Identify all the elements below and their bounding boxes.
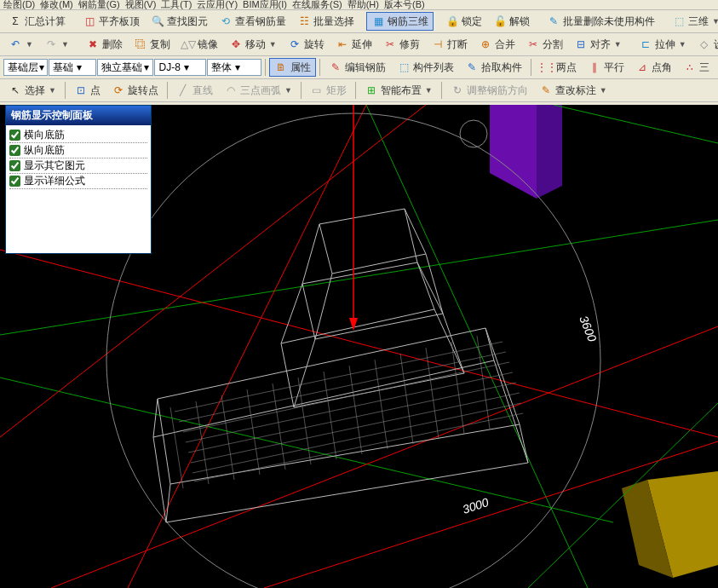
menu-item[interactable]: 修改(M): [40, 0, 73, 11]
orbit-handle[interactable]: [460, 120, 487, 147]
arc-button: ◠三点画弧▼: [219, 81, 297, 100]
edit-rebar-button[interactable]: ✎编辑钢筋: [324, 58, 391, 77]
cube-object: [647, 471, 718, 578]
rebar-3d-button[interactable]: ▦ 钢筋三维: [366, 12, 434, 31]
dimension-label-h: 3600: [577, 314, 600, 343]
copy-button[interactable]: ⿻复制: [129, 35, 175, 54]
rotate-button[interactable]: ⟳旋转: [283, 35, 330, 54]
menu-item[interactable]: 云应用(Y): [197, 0, 238, 11]
extend-button[interactable]: ⇤延伸: [330, 35, 377, 54]
angle-icon: ⊿: [635, 61, 649, 74]
attr-button[interactable]: 🗎属性: [269, 58, 316, 77]
checkbox-row[interactable]: 横向底筋: [9, 128, 147, 143]
point-angle-button[interactable]: ⊿点角: [630, 58, 677, 77]
panel-title: 钢筋显示控制面板: [6, 106, 151, 125]
batch-delete-button[interactable]: ✎ 批量删除未使用构件: [542, 12, 660, 31]
column-object-side: [537, 105, 562, 199]
checkbox[interactable]: [9, 145, 20, 156]
checkbox-row[interactable]: 纵向底筋: [9, 143, 147, 159]
item-combo[interactable]: DJ-8▾: [154, 59, 205, 76]
menu-item[interactable]: 版本号(B): [384, 0, 425, 11]
chevron-down-icon: ▼: [425, 86, 433, 95]
svg-line-14: [520, 424, 528, 463]
separator: [441, 82, 442, 99]
menu-item[interactable]: BIM应用(I): [243, 0, 287, 11]
redo-button[interactable]: ↷▼: [39, 35, 74, 54]
edit-annotation-button[interactable]: ✎查改标注▼: [534, 81, 612, 100]
split-icon: ✂: [526, 37, 540, 51]
svg-line-19: [281, 284, 302, 343]
svg-line-0: [0, 378, 613, 522]
cursor-icon: ↖: [9, 84, 22, 97]
cube-object-side: [622, 480, 673, 578]
lock-button[interactable]: 🔒 锁定: [440, 12, 487, 31]
svg-line-22: [294, 339, 315, 407]
toolbar-draw: ↖选择▼ ⊡点 ⟳旋转点 ╱直线 ◠三点画弧▼ ▭矩形 ⊞智能布置▼ ↻调整钢筋…: [0, 79, 718, 102]
svg-line-37: [221, 395, 234, 480]
menu-item[interactable]: 帮助(H): [348, 0, 379, 11]
label: 镜像: [198, 37, 218, 52]
component-list-button[interactable]: ⬚构件列表: [392, 58, 459, 77]
batch-select-button[interactable]: ☷ 批量选择: [292, 12, 359, 31]
sum-button[interactable]: Σ 汇总计算: [3, 12, 71, 31]
smart-layout-button[interactable]: ⊞智能布置▼: [359, 81, 438, 100]
three-button[interactable]: ∴三: [678, 58, 715, 77]
checkbox-row[interactable]: 显示其它图元: [9, 159, 147, 174]
menu-item[interactable]: 工具(T): [161, 0, 192, 11]
rebar-display-panel[interactable]: 钢筋显示控制面板 横向底筋 纵向底筋 显示其它图元 显示详细公式: [5, 105, 152, 254]
separator: [167, 82, 168, 99]
scope-combo[interactable]: 整体▾: [207, 59, 261, 76]
checkbox[interactable]: [9, 160, 20, 171]
parallel-icon: ∥: [588, 61, 601, 74]
menu-item[interactable]: 钢筋量(G): [78, 0, 120, 11]
label: 锁定: [462, 14, 482, 29]
checkbox-row[interactable]: 显示详细公式: [9, 174, 147, 189]
parallel-button[interactable]: ∥平行: [583, 58, 629, 77]
type-combo[interactable]: 独立基础▾: [97, 59, 153, 76]
find-element-button[interactable]: 🔍 查找图元: [146, 12, 213, 31]
menu-item[interactable]: 视图(V): [125, 0, 157, 11]
3d-view-button[interactable]: ⬚ 三维▼: [667, 12, 718, 31]
svg-line-13: [485, 328, 494, 360]
layer-combo[interactable]: 基础层▾: [3, 59, 48, 76]
mirror-button[interactable]: △▽镜像: [176, 35, 223, 54]
svg-line-30: [186, 372, 513, 442]
checkbox[interactable]: [9, 130, 20, 141]
merge-button[interactable]: ⊕合并: [474, 35, 520, 54]
label: 矩形: [326, 84, 347, 98]
unlock-button[interactable]: 🔓 解锁: [488, 12, 535, 31]
break-button[interactable]: ⊣打断: [426, 35, 473, 54]
menu-item[interactable]: 绘图(D): [3, 0, 35, 11]
svg-marker-17: [302, 262, 443, 339]
point-button[interactable]: ⊡点: [69, 81, 106, 100]
chevron-down-icon: ▼: [679, 40, 686, 49]
rotpoint-icon: ⟳: [112, 84, 125, 97]
svg-line-8: [264, 441, 718, 588]
pull-button[interactable]: ⊏拉伸▼: [634, 35, 692, 54]
separator: [531, 59, 531, 76]
value: 基础: [53, 61, 73, 75]
menu-item[interactable]: 在线服务(S): [292, 0, 342, 11]
align-button[interactable]: ⊟对齐▼: [569, 35, 627, 54]
select-button[interactable]: ↖选择▼: [3, 81, 61, 100]
smart-icon: ⊞: [365, 84, 378, 97]
move-button[interactable]: ✥移动▼: [224, 35, 282, 54]
label: 拉伸: [655, 37, 675, 52]
two-point-button[interactable]: ⋮⋮两点: [535, 58, 582, 77]
trim-button[interactable]: ✂修剪: [378, 35, 425, 54]
delete-button[interactable]: ✖删除: [81, 35, 128, 54]
set-clamp-button[interactable]: ◇设置夹点: [692, 35, 718, 54]
chevron-down-icon: ▼: [284, 86, 292, 95]
pull-icon: ⊏: [639, 37, 652, 51]
checkbox[interactable]: [9, 176, 20, 187]
view-rebar-button[interactable]: ⟲ 查看钢筋量: [214, 12, 291, 31]
pick-component-button[interactable]: ✎拾取构件: [460, 58, 527, 77]
category-combo[interactable]: 基础▾: [49, 59, 96, 76]
label: 修剪: [399, 37, 420, 52]
rotate-point-button[interactable]: ⟳旋转点: [106, 81, 164, 100]
merge-icon: ⊕: [479, 37, 492, 51]
split-button[interactable]: ✂分割: [521, 35, 568, 54]
undo-button[interactable]: ↶▼: [3, 35, 38, 54]
level-button[interactable]: ◫ 平齐板顶: [78, 12, 145, 31]
column-object: [490, 105, 537, 199]
